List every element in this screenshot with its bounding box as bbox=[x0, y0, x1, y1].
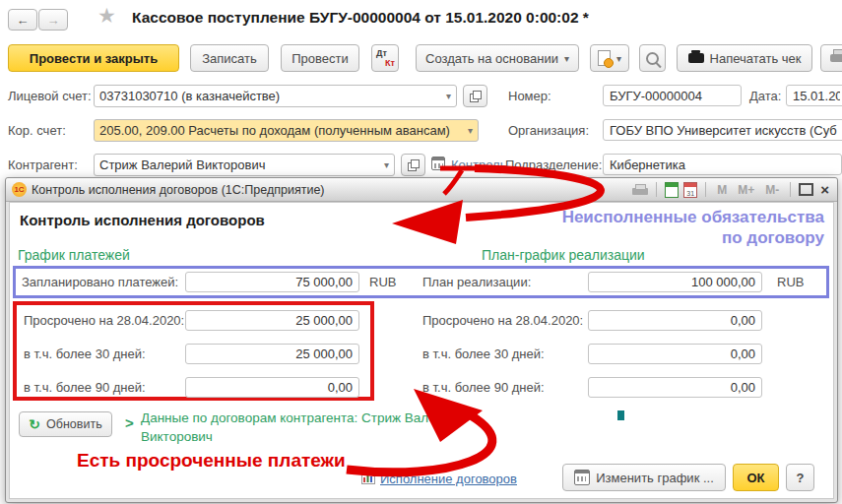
overdue-label-right: Просрочено на 28.04.2020: bbox=[422, 313, 583, 328]
document-clock-icon bbox=[598, 50, 611, 66]
chevron-down-icon[interactable]: ▾ bbox=[441, 91, 456, 101]
favorite-star-icon[interactable]: ★ bbox=[97, 4, 116, 28]
teal-marker bbox=[617, 410, 624, 420]
over30-input-right[interactable] bbox=[588, 344, 762, 364]
corr-account-combo: ▾ bbox=[94, 119, 479, 142]
date-label: Дата: bbox=[749, 89, 781, 103]
forward-arrow-icon: → bbox=[47, 13, 60, 28]
write-button[interactable]: Записать bbox=[190, 44, 269, 72]
calendar-icon bbox=[574, 470, 590, 485]
contractor-open-button[interactable] bbox=[401, 154, 425, 176]
printer-icon bbox=[830, 54, 842, 62]
organization-input[interactable] bbox=[603, 119, 842, 141]
over90-input-right[interactable] bbox=[588, 377, 762, 398]
planned-payments-input[interactable] bbox=[185, 272, 359, 292]
calendar-icon[interactable]: 31 bbox=[683, 182, 697, 198]
dt-kt-button[interactable]: Дт Кт bbox=[371, 44, 399, 72]
print-preview-icon[interactable] bbox=[632, 188, 648, 195]
report-chart-icon bbox=[361, 471, 375, 484]
help-button[interactable]: ? bbox=[786, 464, 814, 491]
separator bbox=[790, 182, 791, 197]
contractor-note: Данные по договорам контрагента: Стриж В… bbox=[141, 409, 468, 446]
close-icon[interactable]: × bbox=[818, 181, 831, 198]
dialog-title: Контроль исполнения договоров (1С:Предпр… bbox=[32, 183, 627, 197]
overdue-label: Просрочено на 28.04.2020: bbox=[24, 313, 184, 328]
1c-logo-icon: 1С bbox=[12, 182, 27, 197]
date-input[interactable] bbox=[786, 85, 842, 106]
change-schedule-button[interactable]: Изменить график ... bbox=[562, 464, 726, 491]
contracts-execution-link[interactable]: Исполнение договоров bbox=[380, 472, 517, 486]
department-label: Подразделение: bbox=[505, 158, 602, 172]
chevron-down-icon: ▾ bbox=[564, 53, 569, 64]
contractor-label: Контрагент: bbox=[8, 158, 78, 172]
over30-label-right: в т.ч. более 30 дней: bbox=[422, 346, 545, 361]
search-button[interactable] bbox=[639, 44, 666, 72]
corr-account-input[interactable] bbox=[95, 123, 463, 138]
open-link-icon bbox=[470, 91, 482, 102]
app-window: ← → ★ Кассовое поступление БУГУ-00000004… bbox=[0, 0, 842, 504]
account-label: Лицевой счет: bbox=[8, 89, 92, 103]
chevron-down-icon[interactable]: ▾ bbox=[379, 159, 394, 170]
overdue-input[interactable] bbox=[185, 310, 359, 331]
dt-icon: Дт bbox=[376, 48, 387, 58]
page-title: Кассовое поступление БУГУ-00000004 от 15… bbox=[132, 9, 589, 27]
control-link[interactable]: Контроль bbox=[451, 158, 506, 172]
memory-m-plus-button[interactable]: M+ bbox=[735, 183, 757, 197]
overdue-payments-note: Есть просроченные платежи bbox=[77, 450, 346, 472]
currency-label: RUB bbox=[777, 275, 804, 289]
back-arrow-icon: ← bbox=[17, 13, 30, 28]
calendar-icon[interactable] bbox=[431, 157, 445, 170]
chevron-right-icon: > bbox=[125, 414, 134, 431]
create-on-basis-button[interactable]: Создать на основании ▾ bbox=[416, 44, 579, 72]
contractor-input[interactable] bbox=[95, 158, 379, 172]
document-history-button[interactable]: ▾ bbox=[590, 44, 629, 72]
memory-m-button[interactable]: M bbox=[714, 183, 730, 197]
organization-label: Организация: bbox=[508, 123, 589, 138]
refresh-button[interactable]: ↻ Обновить bbox=[19, 411, 112, 437]
calculator-icon[interactable] bbox=[665, 182, 679, 198]
print-check-button[interactable]: Напечатать чек bbox=[677, 44, 812, 72]
number-label: Номер: bbox=[508, 89, 551, 103]
chevron-down-icon[interactable]: ▾ bbox=[463, 125, 478, 136]
over90-label: в т.ч. более 90 дней: bbox=[24, 380, 146, 395]
post-and-close-button[interactable]: Провести и закрыть bbox=[8, 44, 179, 72]
cash-register-icon bbox=[688, 53, 704, 63]
realization-plan-input[interactable] bbox=[588, 272, 762, 292]
over30-label: в т.ч. более 30 дней: bbox=[24, 346, 146, 361]
nav-back-button[interactable]: ← bbox=[8, 9, 37, 31]
planned-payments-label: Запланировано платежей: bbox=[22, 275, 178, 289]
open-link-icon bbox=[408, 159, 420, 171]
number-input[interactable] bbox=[603, 85, 742, 106]
chevron-down-icon: ▾ bbox=[616, 53, 621, 64]
account-open-button[interactable] bbox=[463, 85, 487, 107]
over90-input[interactable] bbox=[185, 377, 359, 398]
dialog-titlebar[interactable]: 1С Контроль исполнения договоров (1С:Пре… bbox=[6, 178, 837, 202]
contractor-combo: ▾ bbox=[94, 154, 395, 176]
ok-button[interactable]: ОК bbox=[733, 464, 779, 491]
print-button[interactable] bbox=[820, 44, 842, 72]
separator bbox=[656, 182, 657, 197]
realization-section-heading: План-график реализации bbox=[482, 247, 645, 263]
memory-m-minus-button[interactable]: M- bbox=[762, 183, 782, 197]
refresh-icon: ↻ bbox=[29, 416, 40, 432]
currency-label: RUB bbox=[369, 275, 396, 289]
department-input[interactable] bbox=[603, 154, 842, 175]
overdue-input-right[interactable] bbox=[588, 310, 762, 331]
unfulfilled-obligations-note: Неисполненные обязательства по договору bbox=[562, 207, 824, 248]
nav-forward-button[interactable]: → bbox=[38, 9, 68, 31]
dialog-heading: Контроль исполнения договоров bbox=[20, 212, 265, 228]
over30-input[interactable] bbox=[185, 344, 359, 364]
corr-account-label: Кор. счет: bbox=[8, 123, 66, 138]
post-button[interactable]: Провести bbox=[281, 44, 359, 72]
account-combo: ▾ bbox=[94, 85, 457, 107]
payments-section-heading: График платежей bbox=[18, 247, 130, 263]
over90-label-right: в т.ч. более 90 дней: bbox=[422, 380, 545, 395]
search-icon bbox=[646, 52, 659, 65]
maximize-icon[interactable] bbox=[799, 183, 813, 196]
realization-plan-label: План реализации: bbox=[422, 275, 531, 289]
account-input[interactable] bbox=[95, 89, 441, 103]
separator bbox=[705, 182, 706, 197]
kt-icon: Кт bbox=[385, 58, 395, 68]
